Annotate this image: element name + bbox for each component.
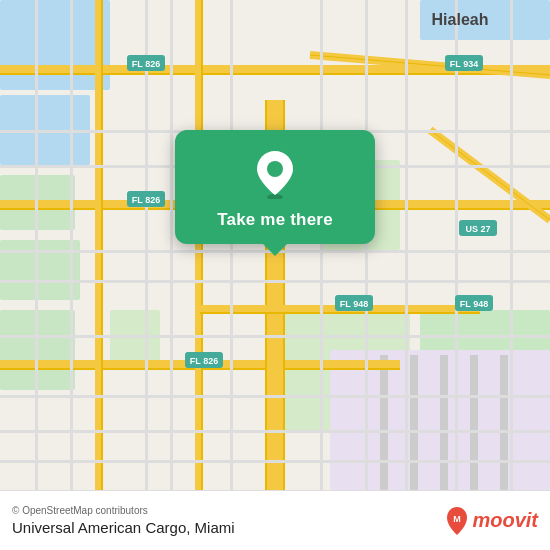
moovit-pin-icon: M xyxy=(446,506,468,536)
map-view: FL 826 FL 934 FL 826 US 27 FL 948 FL 948… xyxy=(0,0,550,490)
svg-rect-45 xyxy=(35,0,38,490)
svg-rect-13 xyxy=(380,355,388,490)
svg-text:M: M xyxy=(454,514,462,524)
svg-text:FL 948: FL 948 xyxy=(460,299,488,309)
svg-rect-44 xyxy=(0,460,550,463)
svg-text:FL 826: FL 826 xyxy=(132,59,160,69)
svg-rect-48 xyxy=(170,0,173,490)
svg-rect-50 xyxy=(320,0,323,490)
moovit-logo: M moovit xyxy=(446,506,538,536)
svg-rect-29 xyxy=(201,0,203,490)
svg-text:FL 826: FL 826 xyxy=(132,195,160,205)
pin-icon-wrap xyxy=(249,148,301,200)
svg-text:FL 826: FL 826 xyxy=(190,356,218,366)
svg-rect-16 xyxy=(470,355,478,490)
svg-text:FL 948: FL 948 xyxy=(340,299,368,309)
moovit-brand-text: moovit xyxy=(472,509,538,532)
location-pin-icon xyxy=(253,149,297,199)
svg-rect-51 xyxy=(365,0,368,490)
svg-rect-47 xyxy=(145,0,148,490)
svg-text:Hialeah: Hialeah xyxy=(432,11,489,28)
svg-rect-54 xyxy=(510,0,513,490)
svg-rect-53 xyxy=(455,0,458,490)
svg-rect-15 xyxy=(440,355,448,490)
svg-rect-52 xyxy=(405,0,408,490)
svg-rect-27 xyxy=(101,0,103,490)
svg-rect-43 xyxy=(0,430,550,433)
svg-text:FL 934: FL 934 xyxy=(450,59,478,69)
svg-rect-40 xyxy=(0,280,550,283)
svg-point-71 xyxy=(267,161,283,177)
location-card[interactable]: Take me there xyxy=(175,130,375,244)
svg-rect-4 xyxy=(0,240,80,300)
svg-rect-14 xyxy=(410,355,418,490)
svg-rect-41 xyxy=(0,335,550,338)
svg-rect-46 xyxy=(70,0,73,490)
bottom-bar: © OpenStreetMap contributors Universal A… xyxy=(0,490,550,550)
svg-text:US 27: US 27 xyxy=(465,224,490,234)
svg-rect-17 xyxy=(500,355,508,490)
take-me-there-button[interactable]: Take me there xyxy=(217,210,333,230)
svg-rect-49 xyxy=(230,0,233,490)
svg-rect-36 xyxy=(200,312,480,314)
svg-rect-26 xyxy=(95,0,101,490)
svg-rect-19 xyxy=(0,73,550,75)
svg-rect-28 xyxy=(195,0,201,490)
svg-rect-42 xyxy=(0,395,550,398)
svg-rect-1 xyxy=(0,0,110,90)
